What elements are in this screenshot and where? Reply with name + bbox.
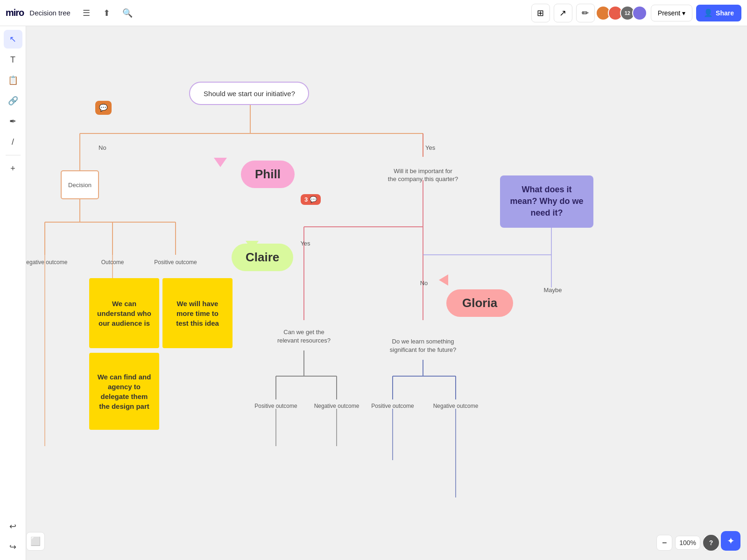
shape-tool-button[interactable]: 🔗	[4, 91, 22, 110]
sticky-3[interactable]: We can find and agency to delegate them …	[89, 353, 159, 430]
root-label: Should we start our initiative?	[204, 90, 295, 98]
sticky-1[interactable]: We can understand who our audience is	[89, 278, 159, 348]
neg-outcome-label-3: Negative outcome	[433, 403, 479, 409]
search-button[interactable]: 🔍	[119, 5, 136, 21]
neg-outcome-label-2: Negative outcome	[314, 403, 359, 409]
share-button[interactable]: 👤 Share	[696, 5, 741, 21]
will-it-important-label: Will it be important for	[394, 168, 452, 175]
gloria-bubble-triangle	[439, 274, 448, 286]
help-button[interactable]: ?	[703, 535, 719, 551]
claire-bubble-triangle	[246, 241, 259, 250]
panel-toggle-button[interactable]: ⬜	[26, 532, 45, 551]
comment-count-badge[interactable]: 3 💬	[301, 194, 321, 205]
svg-text:significant for the future?: significant for the future?	[390, 346, 456, 353]
gloria-bubble[interactable]: Gloria	[446, 289, 513, 317]
menu-button[interactable]: ☰	[78, 5, 95, 21]
phill-bubble[interactable]: Phill	[241, 161, 295, 188]
doc-title: Decision tree	[29, 9, 70, 17]
no2-label: No	[420, 280, 428, 287]
topbar: miro Decision tree ☰ ⬆ 🔍 ⊞ ↗ ✏ 12 Presen…	[0, 0, 747, 26]
miro-logo: miro	[6, 7, 24, 18]
arrow-tool-button[interactable]: /	[4, 133, 22, 151]
pen-tool-button[interactable]: ✒	[4, 112, 22, 131]
sidebar-divider	[6, 155, 21, 155]
avatars: 12	[599, 6, 647, 21]
yes2-label: Yes	[300, 240, 310, 247]
neg-outcome-label-1: Negative outcome	[26, 259, 68, 266]
can-we-get-label: Can we get the	[283, 329, 324, 336]
svg-text:the company this quarter?: the company this quarter?	[388, 175, 458, 182]
zoom-level: 100%	[675, 536, 700, 550]
pos-outcome-label-2: Positive outcome	[254, 403, 297, 409]
text-tool-button[interactable]: T	[4, 50, 22, 69]
outcome-label: Outcome	[101, 259, 124, 266]
comment-icon-badge[interactable]: 💬	[95, 101, 112, 115]
present-button[interactable]: Present ▾	[651, 5, 692, 21]
grid-button[interactable]: ⊞	[531, 4, 550, 22]
pos-outcome-label-1: Positive outcome	[154, 259, 197, 266]
magic-button[interactable]: ✦	[721, 531, 740, 551]
yes-label: Yes	[425, 144, 436, 151]
undo-button[interactable]: ↩	[4, 517, 22, 536]
svg-text:relevant resources?: relevant resources?	[277, 337, 331, 344]
cursor-button[interactable]: ↗	[554, 4, 572, 22]
canvas: Should we start our initiative? No Yes D…	[26, 26, 747, 560]
sticky-2[interactable]: We will have more time to test this idea	[162, 278, 233, 348]
maybe-label: Maybe	[543, 287, 562, 294]
zoom-out-button[interactable]: −	[656, 535, 672, 551]
sticky-tool-button[interactable]: 📋	[4, 71, 22, 90]
no-label: No	[99, 144, 106, 151]
redo-button[interactable]: ↪	[4, 538, 22, 556]
cursor-tool-button[interactable]: ↖	[4, 30, 22, 49]
export-button[interactable]: ⬆	[99, 5, 115, 21]
avatar-3	[632, 6, 647, 21]
sidebar: ↖ T 📋 🔗 ✒ / + ↩ ↪	[0, 26, 26, 560]
do-we-learn-label: Do we learn something	[392, 338, 454, 345]
pen-button[interactable]: ✏	[576, 4, 595, 22]
purple-note[interactable]: What does it mean? Why do we need it?	[500, 175, 593, 228]
add-button[interactable]: +	[4, 159, 22, 178]
claire-bubble[interactable]: Claire	[232, 244, 293, 271]
pos-outcome-label-3: Positive outcome	[371, 403, 414, 409]
decision-label: Decision	[68, 182, 92, 189]
topbar-right: ⊞ ↗ ✏ 12 Present ▾ 👤 Share	[531, 4, 741, 22]
phill-bubble-triangle	[214, 158, 227, 167]
